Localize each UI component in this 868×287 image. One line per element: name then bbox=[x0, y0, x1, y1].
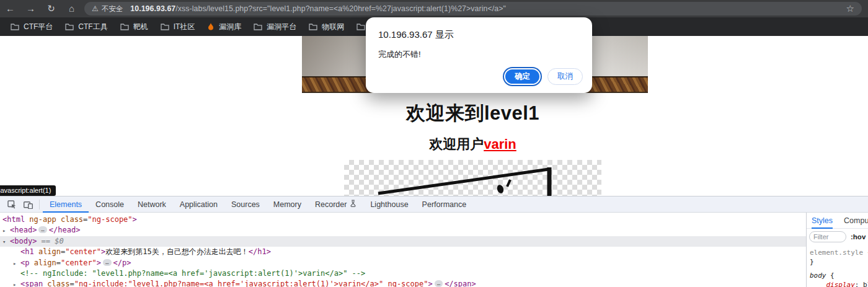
bookmark-label: IT社区 bbox=[174, 22, 195, 32]
tab-label: Application bbox=[180, 200, 218, 209]
collapsed-content-icon[interactable]: … bbox=[435, 280, 443, 287]
dom-tree-node[interactable]: <html ng-app class="ng-scope"> bbox=[0, 214, 806, 225]
expand-arrow-icon[interactable]: ▸ bbox=[13, 258, 20, 269]
cancel-button[interactable]: 取消 bbox=[547, 68, 583, 85]
dom-val: "center" bbox=[61, 258, 97, 267]
dom-attr: align bbox=[38, 247, 61, 256]
dom-tree-node[interactable]: ▾<body> == $0 bbox=[0, 236, 806, 247]
css-rule-line[interactable]: body { bbox=[810, 271, 865, 280]
sign-drawing bbox=[344, 160, 601, 196]
forward-icon[interactable]: → bbox=[20, 0, 41, 17]
dom-tree-node[interactable]: ▸<p align="center">…</p> bbox=[0, 258, 806, 268]
folder-icon bbox=[120, 23, 129, 30]
devtools-tabs: ElementsConsoleNetworkApplicationSources… bbox=[43, 196, 473, 213]
flame-icon bbox=[207, 23, 215, 30]
dom-meta: == $0 bbox=[37, 237, 63, 245]
tab-label: Elements bbox=[50, 200, 82, 209]
styles-tab-computed[interactable]: Computed bbox=[844, 213, 868, 229]
devtools-tab-elements[interactable]: Elements bbox=[43, 196, 89, 213]
page-title: 欢迎来到level1 bbox=[298, 100, 648, 126]
url-text: 10.196.93.67/xss-labs/level15.php?src="l… bbox=[130, 4, 839, 13]
styles-filter-input[interactable] bbox=[809, 231, 846, 242]
dom-attr: class bbox=[61, 215, 83, 224]
rule-spacer bbox=[810, 267, 865, 271]
css-rule-line[interactable]: } bbox=[810, 257, 865, 267]
dom-tag: <body bbox=[10, 237, 32, 245]
bookmark-item[interactable]: 靶机 bbox=[115, 19, 154, 35]
dom-comment: <!-- ngInclude: "level1.php?name=<a href… bbox=[20, 269, 365, 278]
css-plain: } bbox=[810, 258, 814, 266]
devtools-tab-network[interactable]: Network bbox=[131, 196, 173, 213]
bookmark-item[interactable]: 漏洞库 bbox=[202, 19, 247, 35]
back-icon[interactable]: ← bbox=[0, 0, 20, 17]
bookmark-item[interactable]: 漏洞平台 bbox=[248, 19, 302, 35]
css-prop: display bbox=[826, 281, 855, 287]
dom-text: 欢迎来到第15关，自己想个办法走出去吧！ bbox=[105, 247, 248, 256]
css-plain: { bbox=[863, 249, 868, 257]
dom-val: "center" bbox=[65, 247, 101, 256]
dom-attr: ng-app bbox=[29, 215, 56, 224]
bookmark-label: 漏洞库 bbox=[219, 22, 241, 32]
collapse-arrow-icon[interactable]: ▾ bbox=[2, 237, 10, 247]
security-warning[interactable]: ⚠ 不安全 bbox=[92, 4, 123, 14]
bookmark-star-icon[interactable]: ☆ bbox=[846, 3, 854, 14]
styles-tab-styles[interactable]: Styles bbox=[812, 213, 833, 229]
security-label: 不安全 bbox=[102, 4, 123, 14]
dom-plain bbox=[56, 215, 61, 224]
inspect-element-icon[interactable] bbox=[4, 196, 20, 213]
bookmark-item[interactable]: 物联网 bbox=[303, 19, 350, 35]
ok-button[interactable]: 确定 bbox=[504, 68, 541, 85]
device-toolbar-icon[interactable] bbox=[20, 196, 36, 213]
devtools-tab-sources[interactable]: Sources bbox=[224, 196, 267, 213]
expand-arrow-icon[interactable]: ▸ bbox=[13, 280, 20, 287]
css-rule-line[interactable]: element.style { bbox=[810, 248, 865, 257]
devtools-tab-performance[interactable]: Performance bbox=[415, 196, 474, 213]
transparent-sign-image bbox=[344, 160, 601, 196]
dom-tag: > bbox=[133, 215, 137, 224]
tab-label: Console bbox=[95, 200, 124, 209]
dom-val: "ng-scope" bbox=[87, 215, 132, 224]
bookmark-label: 物联网 bbox=[322, 22, 344, 32]
welcome-prefix: 欢迎用户 bbox=[429, 136, 484, 152]
address-bar[interactable]: ⚠ 不安全 10.196.93.67/xss-labs/level15.php?… bbox=[84, 2, 862, 15]
styles-filter-row: :hov bbox=[807, 229, 868, 245]
browser-toolbar: ← → ↻ ⌂ ⚠ 不安全 10.196.93.67/xss-labs/leve… bbox=[0, 0, 868, 17]
home-icon[interactable]: ⌂ bbox=[61, 0, 82, 17]
devtools-tab-application[interactable]: Application bbox=[173, 196, 224, 213]
tab-label: Lighthouse bbox=[370, 200, 408, 209]
devtools: ElementsConsoleNetworkApplicationSources… bbox=[0, 196, 868, 287]
bookmark-item[interactable]: IT社区 bbox=[155, 19, 201, 35]
collapsed-content-icon[interactable]: … bbox=[38, 226, 46, 233]
devtools-tab-recorder[interactable]: Recorder bbox=[308, 196, 363, 213]
dom-tag: > bbox=[428, 280, 432, 287]
dom-tree-node[interactable]: ▸<head>…</head> bbox=[0, 225, 806, 236]
tab-label: Recorder bbox=[315, 200, 347, 209]
bookmark-item[interactable]: CTF工具 bbox=[60, 19, 113, 35]
styles-sidebar: StylesComputed :hov element.style {}body… bbox=[806, 213, 868, 287]
devtools-tab-console[interactable]: Console bbox=[89, 196, 131, 213]
expand-arrow-icon[interactable]: ▸ bbox=[2, 226, 10, 236]
dom-attr: align bbox=[34, 258, 56, 267]
dom-tag: </span> bbox=[445, 280, 476, 287]
dialog-message: 完成的不错! bbox=[378, 49, 580, 60]
tab-label: Sources bbox=[231, 200, 260, 209]
dom-tree-node[interactable]: ▸<span class="ng-include:"level1.php?nam… bbox=[0, 279, 806, 287]
dom-tree-node[interactable]: <!-- ngInclude: "level1.php?name=<a href… bbox=[0, 268, 806, 279]
folder-icon bbox=[161, 23, 169, 30]
collapsed-content-icon[interactable]: … bbox=[103, 259, 111, 266]
url-host: 10.196.93.67 bbox=[130, 4, 175, 13]
bookmark-item[interactable]: CTF平台 bbox=[5, 19, 58, 35]
devtools-tab-lighthouse[interactable]: Lighthouse bbox=[363, 196, 415, 213]
pseudo-state-toggle[interactable]: :hov bbox=[851, 233, 866, 241]
bookmark-label: 靶机 bbox=[133, 22, 148, 32]
url-path: /xss-labs/level15.php?src="level1.php?na… bbox=[175, 4, 506, 13]
dialog-buttons: 确定 取消 bbox=[504, 68, 583, 85]
devtools-tab-memory[interactable]: Memory bbox=[267, 196, 308, 213]
dom-tag: <head bbox=[10, 226, 32, 234]
css-rule-line[interactable]: display: block; bbox=[810, 280, 865, 287]
devtools-toolbar: ElementsConsoleNetworkApplicationSources… bbox=[0, 196, 868, 213]
varin-link[interactable]: varin bbox=[484, 136, 516, 152]
dom-tree-node[interactable]: <h1 align="center">欢迎来到第15关，自己想个办法走出去吧！<… bbox=[0, 247, 806, 257]
toolbar-divider bbox=[39, 200, 40, 210]
refresh-icon[interactable]: ↻ bbox=[41, 0, 61, 17]
